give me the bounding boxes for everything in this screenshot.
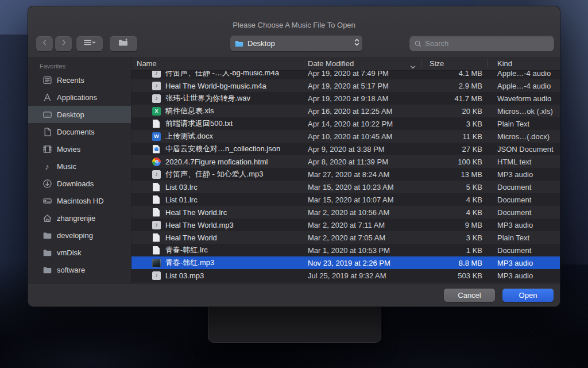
audio-file-icon: ♪ xyxy=(152,71,161,78)
up-down-chevrons-icon xyxy=(354,37,360,49)
audio-file-icon: ♪ xyxy=(152,271,161,280)
file-row[interactable]: ♪付笛声、任静 - 知心爱人.mp3Mar 27, 2020 at 8:24 A… xyxy=(131,168,560,181)
file-name-cell: List 01.lrc xyxy=(131,195,304,204)
file-row[interactable]: Heal The World.lrcMar 2, 2020 at 10:56 A… xyxy=(131,206,560,218)
text-file-icon xyxy=(153,246,160,255)
file-row[interactable]: 前端请求返回500.txtApr 14, 2020 at 10:22 PM3 K… xyxy=(131,117,560,130)
sidebar-item-label: Music xyxy=(57,162,76,171)
file-row[interactable]: ♪Heal The World.mp3Mar 2, 2020 at 7:11 A… xyxy=(131,218,560,231)
file-date-cell: Apr 19, 2020 at 7:49 PM xyxy=(304,71,421,78)
file-date-cell: Mar 2, 2020 at 7:11 AM xyxy=(304,221,421,229)
file-row[interactable]: W上传测试.docxApr 10, 2020 at 10:45 AM11 KBM… xyxy=(131,130,560,143)
audio-file-icon: ♪ xyxy=(152,94,161,103)
sidebar-item-music[interactable]: ♪Music xyxy=(28,158,131,175)
dialog-title: Please Choose A Music File To Open xyxy=(28,21,560,29)
file-name-cell: 2020.4.7Figure mofication.html xyxy=(131,158,304,166)
sidebar-item-recents[interactable]: Recents xyxy=(28,71,131,89)
new-folder-icon xyxy=(117,38,130,49)
file-kind-cell: Micros…ok (.xls) xyxy=(487,107,560,116)
search-field[interactable] xyxy=(409,36,554,51)
file-size-cell: 11 KB xyxy=(421,132,487,141)
file-date-cell: Apr 9, 2020 at 3:38 PM xyxy=(304,145,421,154)
open-button[interactable]: Open xyxy=(502,289,554,302)
file-row[interactable]: 中盾云安粮仓对…n_collection.jsonApr 9, 2020 at … xyxy=(131,143,560,155)
file-row[interactable]: ♪Heal The World-bg-music.m4aApr 19, 2020… xyxy=(131,79,560,92)
file-row[interactable]: X稿件信息表.xlsApr 16, 2020 at 12:25 AM20 KBM… xyxy=(131,105,560,117)
file-kind-cell: JSON Document xyxy=(487,145,560,154)
cancel-button[interactable]: Cancel xyxy=(444,289,495,302)
column-divider[interactable] xyxy=(304,59,304,68)
file-name-cell: 青春-韩红.lrc xyxy=(131,245,304,255)
json-file-icon xyxy=(153,145,160,154)
chevron-right-icon xyxy=(60,39,68,49)
file-date-cell: Mar 15, 2020 at 10:23 AM xyxy=(304,183,421,191)
music-icon: ♪ xyxy=(42,162,52,171)
file-row[interactable]: ♪List 03.mp3Jul 25, 2019 at 9:32 AM503 K… xyxy=(131,269,560,282)
file-row[interactable]: List 03.lrcMar 15, 2020 at 10:23 AM5 KBD… xyxy=(131,181,560,193)
back-button[interactable] xyxy=(36,36,53,51)
folder-icon xyxy=(42,231,52,240)
search-input[interactable] xyxy=(425,39,550,48)
file-row[interactable]: 青春-韩红.lrcMar 1, 2020 at 10:53 PM1 KBDocu… xyxy=(131,244,560,256)
text-file-icon xyxy=(153,195,160,204)
sidebar-item-zhangrenjie[interactable]: zhangrenjie xyxy=(28,209,131,227)
file-kind-cell: Document xyxy=(487,195,560,204)
file-row[interactable]: 2020.4.7Figure mofication.htmlApr 8, 202… xyxy=(131,155,560,168)
column-header-name[interactable]: Name xyxy=(137,59,157,68)
sidebar-item-label: developing xyxy=(57,231,93,240)
column-divider[interactable] xyxy=(421,59,422,68)
view-options-button[interactable] xyxy=(76,36,103,51)
file-row[interactable]: Heal The WorldMar 2, 2020 at 7:05 AM3 KB… xyxy=(131,231,560,244)
sidebar-item-label: Desktop xyxy=(57,110,84,119)
file-kind-cell: MP3 audio xyxy=(487,271,560,280)
file-row[interactable]: ♪付笛声、任静 -…人-bg-music.m4aApr 19, 2020 at … xyxy=(131,71,560,79)
file-rows: ♪付笛声、任静 -…人-bg-music.m4aApr 19, 2020 at … xyxy=(131,71,560,282)
column-divider[interactable] xyxy=(487,59,488,68)
file-row[interactable]: List 01.lrcMar 15, 2020 at 10:07 AM4 KBD… xyxy=(131,193,560,206)
file-name-cell: Heal The World xyxy=(131,233,304,242)
sidebar-item-developing[interactable]: developing xyxy=(28,227,131,244)
column-header-date-modified[interactable]: Date Modified xyxy=(308,59,354,68)
sidebar-item-downloads[interactable]: Downloads xyxy=(28,175,131,192)
sidebar-item-movies[interactable]: Movies xyxy=(28,140,131,158)
album-art-icon xyxy=(152,259,161,267)
file-name-cell: ♪Heal The World-bg-music.m4a xyxy=(131,82,304,90)
sidebar-item-label: software xyxy=(57,266,85,274)
column-header-kind[interactable]: Kind xyxy=(497,59,512,68)
search-icon xyxy=(414,40,422,48)
file-size-cell: 8.8 MB xyxy=(421,259,487,267)
location-popup[interactable]: Desktop xyxy=(230,36,362,51)
audio-file-icon: ♪ xyxy=(152,170,161,179)
sidebar-item-vmdisk[interactable]: vmDisk xyxy=(28,244,131,261)
sidebar-item-label: Downloads xyxy=(57,179,94,188)
file-date-cell: Mar 2, 2020 at 10:56 AM xyxy=(304,208,421,217)
sidebar-item-label: zhangrenjie xyxy=(57,214,95,223)
folder-icon xyxy=(42,265,52,275)
file-kind-cell: Document xyxy=(487,208,560,217)
sidebar-item-label: Movies xyxy=(57,145,80,154)
file-kind-cell: MP3 audio xyxy=(487,259,560,267)
file-kind-cell: Plain Text xyxy=(487,233,560,242)
home-icon xyxy=(42,213,52,223)
file-row[interactable]: ♪张玮-让世界为你转身.wavApr 19, 2020 at 9:18 AM41… xyxy=(131,92,560,105)
file-row[interactable]: 青春-韩红.mp3Nov 23, 2019 at 2:26 PM8.8 MBMP… xyxy=(131,256,560,269)
file-size-cell: 4 KB xyxy=(421,208,487,217)
file-kind-cell: Apple…-4 audio xyxy=(487,71,560,78)
downloads-icon xyxy=(42,179,52,189)
hard-drive-icon xyxy=(42,196,52,206)
forward-button[interactable] xyxy=(55,36,72,51)
sidebar-item-label: Documents xyxy=(57,128,95,136)
sidebar-item-documents[interactable]: Documents xyxy=(28,123,131,140)
applications-icon xyxy=(42,93,52,102)
sidebar-item-applications[interactable]: Applications xyxy=(28,89,131,106)
file-size-cell: 20 KB xyxy=(421,107,487,116)
sidebar-item-software[interactable]: software xyxy=(28,261,131,278)
file-kind-cell: HTML text xyxy=(487,158,560,166)
column-header-size[interactable]: Size xyxy=(430,59,444,68)
new-folder-button[interactable] xyxy=(110,36,137,51)
file-date-cell: Apr 16, 2020 at 12:25 AM xyxy=(304,107,421,116)
sidebar-item-macintosh-hd[interactable]: Macintosh HD xyxy=(28,192,131,209)
file-name-cell: List 03.lrc xyxy=(131,183,304,191)
sidebar-item-desktop[interactable]: Desktop xyxy=(28,106,131,123)
file-name-cell: ♪Heal The World.mp3 xyxy=(131,221,304,229)
